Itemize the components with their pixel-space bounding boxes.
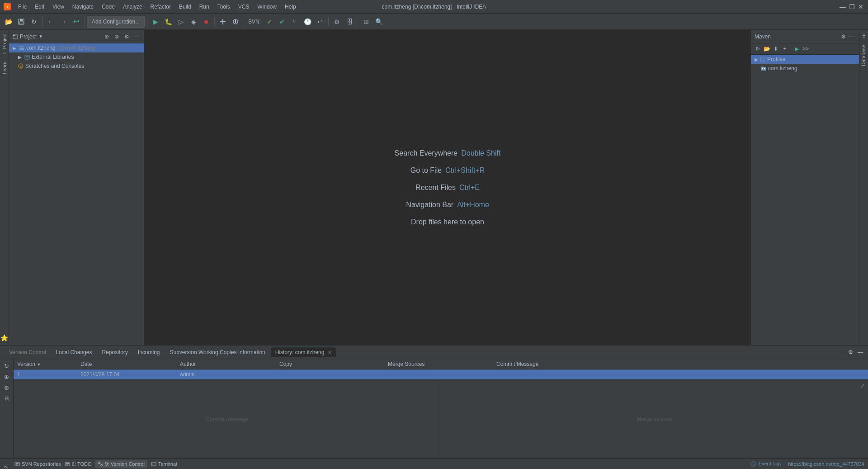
menu-run[interactable]: Run	[196, 3, 213, 11]
svn-repos-status[interactable]: SVN Repositories	[14, 461, 61, 467]
tab-incoming[interactable]: Incoming	[133, 347, 165, 357]
col-header-copy[interactable]: Copy	[276, 359, 384, 370]
revert-icon[interactable]: ↩	[70, 16, 82, 28]
close-button[interactable]: ✕	[857, 3, 864, 10]
menu-tools[interactable]: Tools	[214, 3, 234, 11]
svg-rect-29	[16, 463, 19, 464]
todo-status[interactable]: 6: TODO	[65, 461, 92, 467]
svg-rect-4	[19, 22, 23, 24]
maven-run-icon[interactable]: ▶	[793, 45, 801, 53]
maven-add-icon[interactable]: +	[781, 45, 789, 53]
menu-edit[interactable]: Edit	[31, 3, 48, 11]
hint-go-to-file: Go to File Ctrl+Shift+R	[410, 166, 485, 175]
maven-settings-icon[interactable]: ⚙	[839, 33, 847, 41]
svg-rect-24	[761, 67, 766, 71]
svg-rect-11	[13, 35, 15, 36]
project-dropdown-arrow[interactable]: ▼	[38, 34, 43, 39]
svn-revert-icon[interactable]: ↩	[314, 16, 326, 28]
add-configuration-button[interactable]: Add Configuration...	[87, 16, 145, 28]
menu-code[interactable]: Code	[98, 3, 118, 11]
profile-icon[interactable]: ◈	[188, 16, 199, 28]
build2-icon[interactable]	[230, 16, 241, 28]
maven-more-icon[interactable]: >>	[802, 45, 810, 53]
maximize-button[interactable]: ❐	[848, 3, 855, 10]
bottom-sync-icon[interactable]: ↻	[2, 361, 12, 371]
minimize-panel-icon[interactable]: —	[132, 33, 141, 41]
col-header-date[interactable]: Date	[77, 359, 176, 370]
tab-repository[interactable]: Repository	[97, 347, 132, 357]
build1-icon[interactable]	[217, 16, 229, 28]
bottom-minimize-icon[interactable]: —	[856, 348, 864, 356]
maven-add-project-icon[interactable]: 📂	[763, 45, 771, 53]
separator-6	[328, 17, 329, 26]
col-header-author[interactable]: Author	[176, 359, 276, 370]
project-root-item[interactable]: ▶ com.itzheng D:\com.itzheng	[9, 43, 144, 52]
version-control-status[interactable]: 9: Version Control	[95, 460, 147, 468]
sidebar-item-star[interactable]: ⭐	[0, 334, 8, 345]
bottom-add-icon[interactable]: ⊕	[2, 372, 12, 382]
tab-history[interactable]: History: com.itzheng ✕	[271, 347, 336, 357]
bottom-copy-icon[interactable]: ⎘	[2, 393, 12, 403]
run-icon[interactable]: ▶	[150, 16, 161, 28]
svn-checkmark1-icon[interactable]: ✔	[264, 16, 275, 28]
col-header-version[interactable]: Version ▼	[14, 359, 77, 370]
bottom-diff-icon[interactable]: ⊜	[2, 383, 12, 393]
maven-refresh-icon[interactable]: ↻	[754, 45, 762, 53]
tab-history-close[interactable]: ✕	[328, 350, 331, 355]
menu-vcs[interactable]: VCS	[235, 3, 253, 11]
menu-build[interactable]: Build	[175, 3, 195, 11]
settings-icon[interactable]: ⚙	[331, 16, 343, 28]
minimize-button[interactable]: —	[839, 3, 846, 10]
expand-icon[interactable]: ⤢	[860, 382, 865, 389]
tab-svn-working-copies[interactable]: Subversion Working Copies Information	[165, 347, 270, 357]
maven-com-itzheng-item[interactable]: com.itzheng	[751, 64, 859, 73]
repo-icon[interactable]: 🗄	[344, 16, 355, 28]
menu-window[interactable]: Window	[254, 3, 280, 11]
url-status[interactable]: https://blog.csdn.net/qq_44757034	[788, 461, 864, 467]
filter-icon[interactable]: ⊜	[113, 33, 121, 41]
col-header-commit-message[interactable]: Commit Message	[493, 359, 868, 370]
back-icon[interactable]: ←	[45, 16, 57, 28]
open-icon[interactable]: 📂	[3, 16, 14, 28]
right-tab-database[interactable]: Database	[859, 41, 868, 70]
menu-navigate[interactable]: Navigate	[69, 3, 97, 11]
svg-rect-6	[222, 19, 223, 24]
menu-file[interactable]: File	[14, 3, 30, 11]
scratches-consoles-item[interactable]: S Scratches and Consoles	[9, 62, 144, 71]
debug-icon[interactable]: 🐛	[162, 16, 174, 28]
svn-checkmark2-icon[interactable]: ✔	[276, 16, 288, 28]
search-icon[interactable]: 🔍	[373, 16, 385, 28]
bottom-split: Commit message Merge sources ⤢	[14, 380, 868, 458]
svn-history-icon[interactable]: 🕐	[302, 16, 313, 28]
menu-refactor[interactable]: Refactor	[147, 3, 175, 11]
external-libraries-item[interactable]: ▶ External Libraries	[9, 52, 144, 62]
locate-icon[interactable]: ⊕	[103, 33, 111, 41]
maven-download-icon[interactable]: ⬇	[772, 45, 780, 53]
layout-icon[interactable]: ⊞	[360, 16, 372, 28]
sidebar-item-project[interactable]: 1: Project	[0, 30, 9, 58]
right-tab-m[interactable]: m	[859, 30, 868, 41]
maven-profiles-item[interactable]: ▶ Profiles	[751, 55, 859, 64]
bottom-settings-icon[interactable]: ⚙	[846, 348, 854, 356]
z-structure-label[interactable]: Z	[4, 460, 9, 469]
table-row[interactable]: 1 2021/4/28 17:04 admin	[14, 370, 868, 380]
sync-icon[interactable]: ↻	[28, 16, 40, 28]
svn-branch-icon[interactable]: ⑂	[289, 16, 301, 28]
save-icon[interactable]	[15, 16, 27, 28]
gear-icon[interactable]: ⚙	[123, 33, 131, 41]
menu-analyze[interactable]: Analyze	[119, 3, 146, 11]
svg-rect-21	[761, 58, 764, 58]
sidebar-item-learn[interactable]: Learn	[0, 58, 9, 78]
event-log-status[interactable]: i Event Log	[750, 461, 781, 467]
left-sidebar: 1: Project Learn ⭐	[0, 30, 9, 345]
menu-view[interactable]: View	[49, 3, 68, 11]
terminal-status[interactable]: >_ Terminal	[151, 461, 177, 467]
forward-icon[interactable]: →	[57, 16, 69, 28]
maven-minimize-icon[interactable]: —	[847, 33, 855, 41]
history-table: Version ▼ Date Author Copy Merge Sources…	[14, 359, 868, 380]
stop-icon[interactable]: ■	[200, 16, 212, 28]
col-header-merge-sources[interactable]: Merge Sources	[384, 359, 493, 370]
tab-local-changes[interactable]: Local Changes	[51, 347, 96, 357]
menu-help[interactable]: Help	[281, 3, 300, 11]
coverage-icon[interactable]: ▷	[175, 16, 187, 28]
